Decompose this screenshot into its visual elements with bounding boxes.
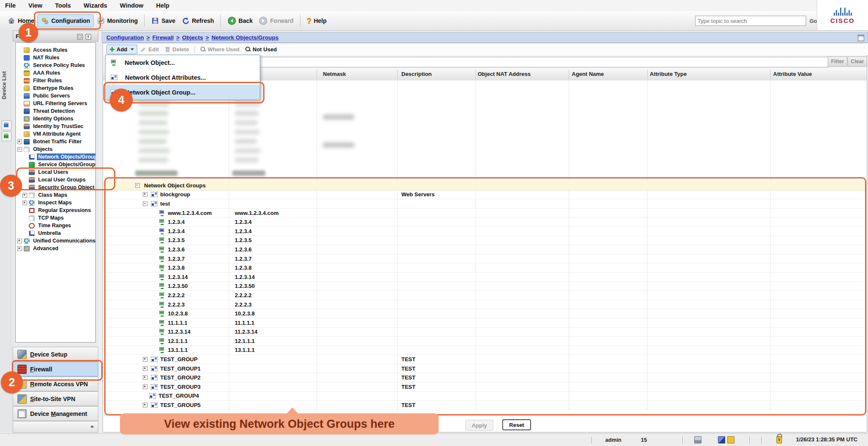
nav-overflow[interactable]: » bbox=[13, 421, 98, 433]
tree-item-filter-rules[interactable]: Filter Rules bbox=[16, 77, 95, 84]
nav-remote-access-vpn[interactable]: Remote Access VPN bbox=[13, 376, 98, 391]
col-object-nat-address[interactable]: Object NAT Address bbox=[478, 71, 531, 77]
tree-item-security-group-object-groups[interactable]: Security Group Object Groups bbox=[16, 184, 95, 191]
device-icon[interactable] bbox=[2, 120, 11, 130]
tree-item-objects[interactable]: Objects bbox=[16, 145, 95, 153]
menu-help[interactable]: Help bbox=[156, 2, 169, 9]
table-row[interactable]: TEST_GROUP2TEST bbox=[103, 373, 867, 382]
crumb-firewall[interactable]: Firewall bbox=[152, 34, 173, 41]
expander-minus-icon[interactable] bbox=[135, 183, 140, 188]
expander-plus-icon[interactable] bbox=[143, 366, 147, 371]
col-attribute-value[interactable]: Attribute Value bbox=[773, 71, 812, 77]
tree-item-umbrella[interactable]: Umbrella bbox=[16, 229, 95, 237]
table-row[interactable]: TEST_GROUP1TEST bbox=[103, 364, 867, 374]
tree-item-service-objects-groups[interactable]: Service Objects/Groups bbox=[16, 161, 95, 168]
table-row[interactable]: TEST_GROUP_RENAMEDTEST bbox=[103, 410, 867, 410]
nav-firewall[interactable]: Firewall bbox=[13, 362, 98, 376]
expander-plus-icon[interactable] bbox=[17, 239, 22, 243]
help-button[interactable]: ? Help bbox=[304, 14, 330, 27]
table-row[interactable]: 13.1.1.113.1.1.1 bbox=[103, 346, 867, 355]
tree-item-access-rules[interactable]: Access Rules bbox=[16, 46, 95, 54]
expander-plus-icon[interactable] bbox=[143, 385, 147, 389]
reset-button[interactable]: Reset bbox=[502, 419, 531, 430]
expander-plus-icon[interactable] bbox=[143, 357, 147, 362]
table-row[interactable]: blockgroupWeb Servers bbox=[103, 190, 867, 200]
col-attribute-type[interactable]: Attribute Type bbox=[650, 71, 687, 77]
monitoring-button[interactable]: Monitoring bbox=[94, 15, 141, 27]
menu-item-network-object[interactable]: Network Object... bbox=[106, 55, 260, 70]
col-agent-name[interactable]: Agent Name bbox=[572, 71, 604, 77]
section-network-object-groups[interactable]: Network Object Groups bbox=[103, 181, 867, 190]
table-row[interactable]: TEST_GROUPTEST bbox=[103, 355, 867, 364]
expander-plus-icon[interactable] bbox=[143, 375, 147, 380]
expander-minus-icon[interactable] bbox=[143, 201, 147, 206]
pin-panel-icon[interactable] bbox=[86, 34, 91, 39]
table-row[interactable]: 1.2.3.81.2.3.8 bbox=[103, 263, 867, 273]
table-row[interactable]: 1.2.3.141.2.3.14 bbox=[103, 273, 867, 282]
tree-item-time-ranges[interactable]: Time Ranges bbox=[16, 222, 95, 229]
expander-plus-icon[interactable] bbox=[22, 201, 27, 205]
table-row[interactable]: 1.2.3.71.2.3.7 bbox=[103, 254, 867, 264]
menu-file[interactable]: File bbox=[5, 2, 16, 9]
table-row[interactable]: 1.2.3.501.2.3.50 bbox=[103, 282, 867, 291]
crumb-objects[interactable]: Objects bbox=[182, 34, 203, 41]
where-used-button[interactable]: Where Used bbox=[198, 45, 242, 54]
table-row[interactable]: TEST_GROUP3TEST bbox=[103, 382, 867, 392]
go-button[interactable]: Go bbox=[810, 18, 817, 24]
menu-wizards[interactable]: Wizards bbox=[83, 2, 107, 9]
tree-item-advanced[interactable]: Advanced bbox=[16, 245, 95, 252]
device-list-tab[interactable]: Device List bbox=[1, 71, 7, 99]
tree-item-ethertype-rules[interactable]: Ethertype Rules bbox=[16, 84, 95, 92]
forward-button[interactable]: Forward bbox=[256, 14, 296, 27]
expander-plus-icon[interactable] bbox=[17, 246, 22, 251]
tree-item-unified-communications[interactable]: Unified Communications bbox=[16, 237, 95, 245]
table-row[interactable]: 12.1.1.112.1.1.1 bbox=[103, 337, 867, 346]
col-description[interactable]: Description bbox=[401, 71, 432, 77]
device-icon[interactable] bbox=[2, 131, 11, 141]
configuration-button[interactable]: Configuration bbox=[37, 14, 94, 27]
back-button[interactable]: Back bbox=[224, 14, 256, 27]
expander-minus-icon[interactable] bbox=[17, 147, 22, 152]
table-row[interactable]: 2.2.2.22.2.2.2 bbox=[103, 291, 867, 300]
tree-item-local-users[interactable]: Local Users bbox=[16, 168, 95, 176]
tree-item-inspect-maps[interactable]: Inspect Maps bbox=[16, 199, 95, 206]
tree-item-aaa-rules[interactable]: AAA Rules bbox=[16, 69, 95, 77]
edit-button[interactable]: Edit bbox=[137, 45, 162, 54]
tree-item-public-servers[interactable]: Public Servers bbox=[16, 92, 95, 100]
tree-item-local-user-groups[interactable]: Local User Groups bbox=[16, 176, 95, 184]
menu-item-network-object-attributes[interactable]: Network Object Attributes... bbox=[106, 70, 260, 85]
table-row[interactable]: 1.2.3.41.2.3.4 bbox=[103, 217, 867, 227]
tree-item-regular-expressions[interactable]: Regular Expressions bbox=[16, 206, 95, 214]
table-row[interactable]: 10.2.3.810.2.3.8 bbox=[103, 309, 867, 318]
nav-device-management[interactable]: Device Management bbox=[13, 406, 98, 421]
maximize-pane-icon[interactable] bbox=[858, 35, 864, 41]
refresh-button[interactable]: Refresh bbox=[178, 15, 217, 27]
tree-item-class-maps[interactable]: Class Maps bbox=[16, 191, 95, 199]
col-netmask[interactable]: Netmask bbox=[323, 71, 346, 77]
expander-plus-icon[interactable] bbox=[17, 139, 22, 144]
nav-device-setup[interactable]: Device Setup bbox=[13, 347, 98, 362]
add-button[interactable]: Add bbox=[106, 45, 137, 54]
tree-item-threat-detection[interactable]: Threat Detection bbox=[16, 107, 95, 115]
save-button[interactable]: Save bbox=[148, 15, 178, 27]
menu-tools[interactable]: Tools bbox=[55, 2, 71, 9]
table-row[interactable]: 2.2.2.32.2.2.3 bbox=[103, 300, 867, 309]
tree-item-url-filtering-servers[interactable]: URL Filtering Servers bbox=[16, 100, 95, 107]
filter-button[interactable]: Filter bbox=[828, 56, 847, 67]
tree-item-botnet-traffic-filter[interactable]: Botnet Traffic Filter bbox=[16, 138, 95, 145]
menu-view[interactable]: View bbox=[28, 2, 42, 9]
tree-item-nat-rules[interactable]: NAT Rules bbox=[16, 54, 95, 61]
table-row[interactable]: TEST_GROUP4 bbox=[103, 392, 867, 401]
expander-plus-icon[interactable] bbox=[143, 403, 147, 407]
tree-item-tcp-maps[interactable]: TCP Maps bbox=[16, 214, 95, 222]
not-used-button[interactable]: Not Used bbox=[242, 45, 280, 54]
table-row[interactable]: 1.2.3.51.2.3.5 bbox=[103, 236, 867, 245]
table-row[interactable]: www.1.2.3.4.comwww.1.2.3.4.com bbox=[103, 209, 867, 218]
table-row[interactable]: 1.2.3.61.2.3.6 bbox=[103, 245, 867, 254]
crumb-configuration[interactable]: Configuration bbox=[106, 34, 144, 41]
tree-item-network-objects-groups[interactable]: Network Objects/Groups bbox=[16, 153, 95, 161]
table-row[interactable]: 11.1.1.111.1.1.1 bbox=[103, 318, 867, 328]
tree-item-service-policy-rules[interactable]: Service Policy Rules bbox=[16, 61, 95, 69]
tree-item-identity-by-trustsec[interactable]: Identity by TrustSec bbox=[16, 123, 95, 130]
expander-plus-icon[interactable] bbox=[143, 192, 147, 197]
